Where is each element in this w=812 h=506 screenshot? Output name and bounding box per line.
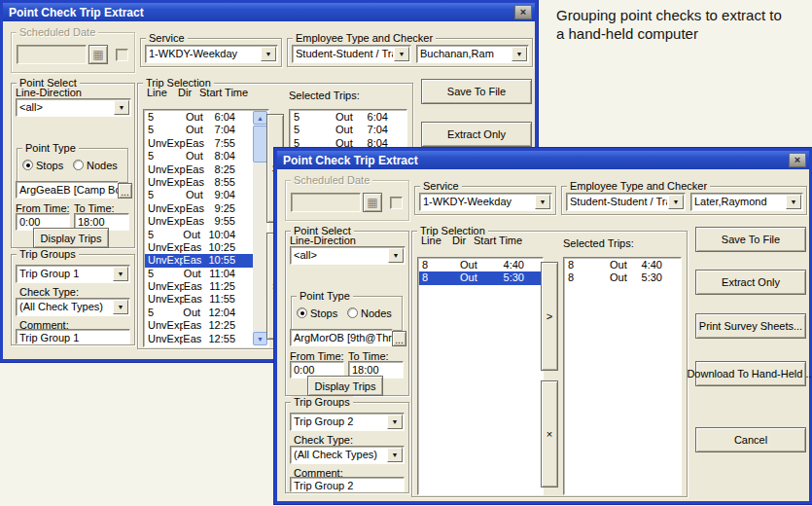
- service-dropdown[interactable]: 1-WKDY-Weekday ▼: [419, 193, 552, 211]
- browse-points-button[interactable]: ...: [392, 331, 406, 346]
- trip-row[interactable]: UnvExpEas9:25: [145, 202, 253, 215]
- employee-type-dropdown[interactable]: Student-Student / Train ▼: [566, 193, 686, 211]
- line-direction-dropdown[interactable]: <all> ▼: [290, 246, 406, 265]
- trip-row[interactable]: UnvExpEas12:55: [145, 333, 253, 345]
- trip-row[interactable]: 5Out7:04: [145, 124, 253, 136]
- stops-radio-label[interactable]: Stops: [36, 160, 63, 171]
- display-trips-button[interactable]: Display Trips: [33, 228, 109, 248]
- add-trip-button[interactable]: >: [541, 262, 558, 371]
- browse-points-button[interactable]: ...: [118, 183, 132, 199]
- check-type-dropdown[interactable]: (All Check Types) ▼: [290, 446, 405, 464]
- download-to-hand-held-button[interactable]: Download To Hand-Held ...: [695, 361, 806, 386]
- employee-type-dropdown-button[interactable]: ▼: [668, 195, 684, 209]
- point-field[interactable]: ArgMorOB [9th@Throc: [290, 329, 393, 346]
- remove-trip-button[interactable]: ×: [541, 380, 558, 488]
- trip-row[interactable]: UnvExpEas11:55: [145, 293, 253, 306]
- point-type-group: Point Type Stops Nodes: [17, 148, 128, 183]
- scroll-thumb[interactable]: [253, 126, 267, 163]
- close-button[interactable]: ×: [789, 153, 806, 167]
- trip-group-dropdown-button[interactable]: ▼: [113, 267, 128, 281]
- checker-dropdown[interactable]: Later,Raymond ▼: [690, 193, 803, 211]
- trip-line: 8: [419, 271, 460, 284]
- trip-group-dropdown[interactable]: Trip Group 2 ▼: [290, 413, 405, 431]
- check-type-dropdown[interactable]: (All Check Types) ▼: [16, 298, 130, 316]
- scroll-down-button[interactable]: ▼: [253, 332, 267, 345]
- line-direction-value: <all>: [294, 249, 387, 262]
- nodes-radio[interactable]: [73, 160, 84, 170]
- trip-row[interactable]: 5Out11:04: [145, 268, 253, 280]
- extract-only-button[interactable]: Extract Only: [421, 122, 532, 147]
- trip-dir: Eas: [186, 215, 213, 228]
- service-dropdown-button[interactable]: ▼: [535, 195, 550, 209]
- point-field[interactable]: ArgGeaEB [Camp Bowi: [16, 181, 119, 199]
- trip-line: UnvExp: [145, 319, 183, 332]
- trip-group-dropdown-button[interactable]: ▼: [387, 415, 403, 429]
- selected-trips-list[interactable]: 8Out4:408Out5:30: [563, 257, 682, 495]
- checker-dropdown[interactable]: Buchanan,Ram ▼: [416, 45, 529, 63]
- column-header-dir: Dir: [452, 235, 466, 246]
- display-trips-button[interactable]: Display Trips: [307, 376, 383, 396]
- save-to-file-button[interactable]: Save To File: [695, 227, 806, 252]
- extract-only-button[interactable]: Extract Only: [695, 270, 806, 295]
- close-button[interactable]: ×: [514, 5, 532, 19]
- trip-row[interactable]: UnvExpEas8:55: [145, 176, 253, 189]
- service-dropdown[interactable]: 1-WKDY-Weekday ▼: [145, 45, 278, 63]
- trip-row[interactable]: UnvExpEas11:25: [145, 280, 253, 293]
- trip-row[interactable]: UnvExpEas8:25: [145, 163, 253, 176]
- employee-type-dropdown-button[interactable]: ▼: [394, 47, 409, 61]
- trip-row[interactable]: UnvExpEas10:55: [145, 254, 253, 267]
- title-bar[interactable]: Point Check Trip Extract ×: [3, 3, 535, 21]
- trips-list[interactable]: 8Out4:408Out5:30: [417, 257, 544, 495]
- page-caption: Grouping point checks to extract to a ha…: [556, 6, 782, 43]
- trip-dir: Out: [335, 111, 368, 124]
- trip-row[interactable]: 5Out9:04: [145, 189, 253, 201]
- trip-row[interactable]: 5Out7:04: [291, 124, 406, 136]
- nodes-radio-label[interactable]: Nodes: [87, 160, 118, 171]
- print-survey-sheets-button[interactable]: Print Survey Sheets...: [695, 313, 806, 339]
- title-bar[interactable]: Point Check Trip Extract ×: [277, 151, 809, 169]
- trip-row[interactable]: 5Out8:04: [145, 150, 253, 163]
- check-type-dropdown-button[interactable]: ▼: [113, 300, 128, 314]
- checker-dropdown-button[interactable]: ▼: [512, 47, 527, 61]
- service-dropdown-button[interactable]: ▼: [261, 47, 276, 61]
- chevron-down-icon: ▼: [399, 51, 406, 57]
- check-type-dropdown-button[interactable]: ▼: [387, 448, 403, 462]
- nodes-radio[interactable]: [347, 307, 358, 318]
- trips-list-scrollbar[interactable]: ▲ ▼: [253, 111, 267, 345]
- trip-row[interactable]: 8Out5:30: [419, 271, 542, 284]
- stops-radio[interactable]: [297, 307, 307, 318]
- trip-dir: Out: [186, 124, 213, 136]
- trip-line: 5: [145, 268, 184, 280]
- checker-dropdown-button[interactable]: ▼: [786, 195, 801, 209]
- line-direction-dropdown-button[interactable]: ▼: [388, 248, 404, 263]
- trip-row[interactable]: UnvExpEas7:55: [145, 137, 253, 150]
- ellipsis-icon: ...: [395, 335, 403, 345]
- trips-list[interactable]: 5Out6:045Out7:04UnvExpEas7:555Out8:04Unv…: [143, 109, 269, 347]
- trip-row[interactable]: UnvExpEas10:25: [145, 241, 253, 254]
- employee-type-dropdown[interactable]: Student-Student / Train ▼: [292, 45, 411, 63]
- line-direction-dropdown[interactable]: <all> ▼: [16, 98, 131, 117]
- dialog-point-check-front: Point Check Trip Extract × Scheduled Dat…: [274, 148, 812, 504]
- trip-group-dropdown[interactable]: Trip Group 1 ▼: [16, 265, 130, 283]
- trip-row[interactable]: 5Out10:04: [145, 229, 253, 241]
- line-direction-dropdown-button[interactable]: ▼: [114, 100, 129, 115]
- trip-row[interactable]: 5Out6:04: [291, 111, 406, 124]
- stops-radio[interactable]: [22, 160, 33, 170]
- cancel-button[interactable]: Cancel: [695, 427, 806, 452]
- comment-field[interactable]: Trip Group 1: [16, 329, 130, 344]
- trip-row[interactable]: 5Out6:04: [145, 111, 253, 124]
- comment-field[interactable]: Trip Group 2: [290, 477, 405, 492]
- trip-line: 8: [565, 271, 610, 284]
- trip-row[interactable]: 8Out4:40: [419, 259, 542, 271]
- trip-row[interactable]: 8Out4:40: [565, 259, 680, 271]
- stops-radio-label[interactable]: Stops: [310, 307, 337, 319]
- nodes-radio-label[interactable]: Nodes: [361, 307, 392, 319]
- save-to-file-button[interactable]: Save To File: [421, 79, 532, 104]
- trip-row[interactable]: 5Out12:04: [145, 307, 253, 319]
- scroll-up-button[interactable]: ▲: [253, 111, 267, 125]
- trip-row[interactable]: UnvExpEas9:55: [145, 215, 253, 228]
- trip-time: 9:04: [213, 189, 253, 201]
- trip-row[interactable]: 8Out5:30: [565, 271, 680, 284]
- trip-row[interactable]: UnvExpEas12:25: [145, 319, 253, 332]
- service-label: Service: [420, 180, 462, 192]
